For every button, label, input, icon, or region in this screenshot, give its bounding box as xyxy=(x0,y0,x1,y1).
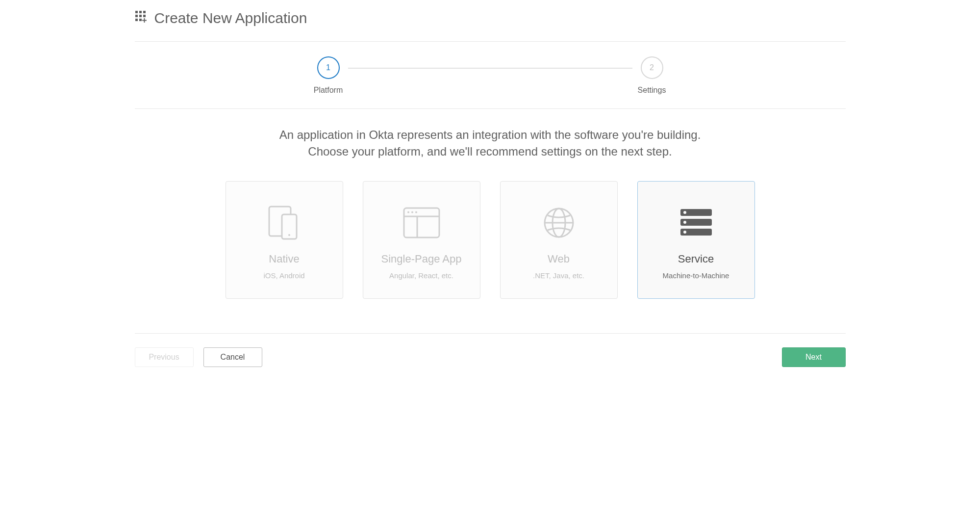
card-subtitle: iOS, Android xyxy=(263,271,304,280)
card-title: Web xyxy=(548,253,570,265)
page-title: Create New Application xyxy=(154,10,307,26)
server-stack-icon xyxy=(679,201,713,245)
svg-rect-9 xyxy=(142,20,147,21)
card-subtitle: .NET, Java, etc. xyxy=(533,271,584,280)
svg-rect-3 xyxy=(135,15,138,17)
wizard-stepper: 1 Platform 2 Settings xyxy=(135,42,846,109)
intro-line-2: Choose your platform, and we'll recommen… xyxy=(145,143,836,160)
globe-icon xyxy=(543,201,575,245)
svg-point-18 xyxy=(415,211,417,213)
card-subtitle: Machine-to-Machine xyxy=(663,271,729,280)
platform-card-web[interactable]: Web .NET, Java, etc. xyxy=(500,181,618,299)
svg-point-27 xyxy=(683,231,686,234)
svg-rect-4 xyxy=(139,15,142,17)
wizard-footer: Previous Cancel Next xyxy=(135,333,846,367)
card-title: Native xyxy=(269,253,299,265)
page-header: Create New Application xyxy=(135,10,846,42)
svg-point-16 xyxy=(407,211,409,213)
svg-point-17 xyxy=(411,211,413,213)
platform-card-service[interactable]: Service Machine-to-Machine xyxy=(637,181,755,299)
svg-point-12 xyxy=(288,234,290,236)
card-title: Service xyxy=(678,253,714,265)
svg-rect-6 xyxy=(135,19,138,21)
svg-rect-1 xyxy=(139,11,142,13)
mobile-devices-icon xyxy=(267,201,302,245)
step-connector xyxy=(348,68,632,69)
step-platform[interactable]: 1 Platform xyxy=(309,56,348,95)
step-settings[interactable]: 2 Settings xyxy=(632,56,672,95)
step-number: 1 xyxy=(317,56,340,79)
platform-card-spa[interactable]: Single-Page App Angular, React, etc. xyxy=(363,181,480,299)
svg-rect-2 xyxy=(143,11,146,13)
svg-rect-0 xyxy=(135,11,138,13)
svg-point-25 xyxy=(683,211,686,214)
browser-window-icon xyxy=(402,201,441,245)
svg-point-26 xyxy=(683,221,686,224)
intro-text: An application in Okta represents an int… xyxy=(135,109,846,181)
intro-line-1: An application in Okta represents an int… xyxy=(145,127,836,143)
step-number: 2 xyxy=(641,56,663,79)
platform-card-native[interactable]: Native iOS, Android xyxy=(226,181,343,299)
card-subtitle: Angular, React, etc. xyxy=(389,271,453,280)
previous-button: Previous xyxy=(135,347,194,367)
step-label: Platform xyxy=(314,86,343,95)
step-label: Settings xyxy=(638,86,666,95)
platform-cards: Native iOS, Android Single-Page App xyxy=(135,181,846,333)
apps-grid-add-icon xyxy=(135,10,149,26)
card-title: Single-Page App xyxy=(381,253,462,265)
svg-rect-5 xyxy=(143,15,146,17)
next-button[interactable]: Next xyxy=(782,347,846,367)
cancel-button[interactable]: Cancel xyxy=(203,347,262,367)
svg-rect-7 xyxy=(139,19,142,21)
